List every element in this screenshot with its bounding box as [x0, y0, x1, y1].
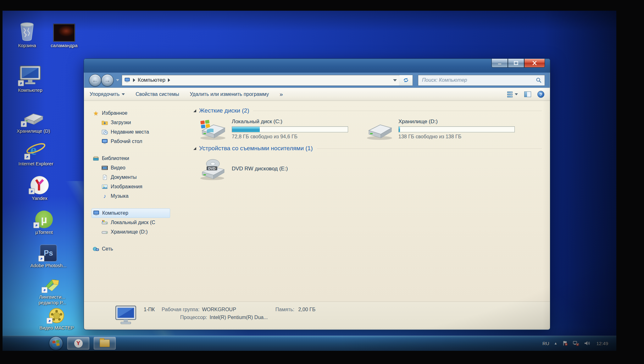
- nav-videos[interactable]: Видео: [84, 163, 189, 173]
- language-indicator[interactable]: RU: [542, 341, 549, 346]
- nav-computer[interactable]: Компьютер: [92, 208, 170, 218]
- search-input[interactable]: [421, 77, 536, 83]
- toolbar-overflow-button[interactable]: »: [280, 91, 283, 98]
- nav-recent-places[interactable]: Недавние места: [84, 127, 189, 137]
- nav-downloads[interactable]: Загрузки: [84, 118, 189, 127]
- help-button[interactable]: ?: [537, 91, 544, 98]
- drive-d-item[interactable]: Хранилище (D:) 138 ГБ свободно из 138 ГБ: [364, 119, 515, 141]
- search-icon[interactable]: [536, 77, 541, 83]
- computer-icon: [18, 63, 42, 86]
- address-bar[interactable]: Компьютер: [122, 75, 400, 86]
- section-removable-devices[interactable]: Устройства со съемными носителями (1): [193, 145, 542, 152]
- clock[interactable]: 12:49: [596, 341, 608, 346]
- drive-d-usage-bar: [398, 126, 515, 132]
- desktop-icon-linguistic-editor[interactable]: Лингвисти... редактор Р...: [32, 275, 72, 306]
- section-hard-disks[interactable]: Жесткие диски (2): [193, 107, 542, 114]
- change-view-button[interactable]: [507, 91, 518, 97]
- nav-desktop[interactable]: Рабочий стол: [84, 137, 189, 146]
- uninstall-program-button[interactable]: Удалить или изменить программу: [190, 91, 269, 97]
- taskbar: Y RU ▲: [3, 336, 616, 351]
- taskbar-button-yandex[interactable]: Y: [67, 337, 89, 350]
- nav-network[interactable]: Сеть: [84, 244, 189, 254]
- workgroup-label: Рабочая группа:: [162, 307, 199, 312]
- start-button[interactable]: [49, 336, 63, 350]
- refresh-button[interactable]: [399, 75, 413, 86]
- desktop: Корзина саламандра Компьютер: [3, 11, 616, 351]
- hard-drive-icon: [364, 119, 395, 141]
- drive-c-item[interactable]: Локальный диск (C:) 72,8 ГБ свободно из …: [198, 119, 348, 141]
- workgroup-value: WORKGROUP: [202, 307, 236, 312]
- folder-icon: [100, 339, 110, 347]
- close-button[interactable]: [524, 59, 545, 68]
- nav-pictures[interactable]: Изображения: [84, 182, 189, 191]
- views-icon: [507, 91, 513, 97]
- hard-drive-icon: [198, 119, 228, 141]
- collapse-triangle-icon: [193, 109, 196, 112]
- address-dropdown-caret[interactable]: [393, 79, 397, 81]
- drive-c-info: Локальный диск (C:) 72,8 ГБ свободно из …: [232, 119, 348, 141]
- minimize-button[interactable]: [491, 59, 508, 68]
- desktop-icon-photoshop[interactable]: Ps Adobe Photosh...: [28, 243, 69, 268]
- desktop-icon-label: Видео МАСТЕР: [36, 325, 77, 331]
- action-center-flag-icon[interactable]: [562, 340, 568, 346]
- hard-disk-tiles: Локальный диск (C:) 72,8 ГБ свободно из …: [198, 119, 542, 141]
- nav-local-disk-c[interactable]: Локальный диск (C: [84, 218, 189, 227]
- system-properties-button[interactable]: Свойства системы: [136, 91, 179, 97]
- drive-free-space: 138 ГБ свободно из 138 ГБ: [398, 134, 515, 140]
- downloads-folder-icon: [102, 119, 108, 126]
- details-text: 1-ПК Рабочая группа: WORKGROUP Память: 2…: [144, 302, 315, 329]
- volume-icon[interactable]: [584, 340, 590, 346]
- cpu-label: Процессор:: [180, 315, 207, 320]
- desktop-icon-label: Хранилище (D): [13, 128, 53, 134]
- desktop-icon-storage-d[interactable]: Хранилище (D): [13, 108, 53, 134]
- music-note-icon: ♪: [102, 193, 108, 199]
- organize-menu-button[interactable]: Упорядочить: [90, 91, 125, 97]
- nav-music[interactable]: ♪ Музыка: [84, 191, 189, 201]
- taskbar-button-explorer[interactable]: [94, 337, 116, 350]
- desktop-icon-salamandra[interactable]: саламандра: [44, 21, 84, 48]
- usage-fill: [232, 127, 260, 132]
- nav-storage-d[interactable]: Хранилище (D:): [84, 227, 189, 237]
- yandex-icon: [29, 175, 51, 194]
- chevron-down-icon: [515, 93, 518, 95]
- recent-pages-caret-icon[interactable]: [116, 79, 119, 81]
- navigation-pane: ★ Избранное Загрузки Недавние места: [84, 101, 189, 301]
- show-hidden-icons-button[interactable]: ▲: [554, 341, 558, 345]
- breadcrumb-location[interactable]: Компьютер: [138, 77, 165, 83]
- back-button[interactable]: ←: [89, 74, 101, 86]
- desktop-icon-recycle-bin[interactable]: Корзина: [7, 19, 47, 48]
- computer-name: 1-ПК: [144, 307, 155, 312]
- network-status-icon[interactable]: [573, 340, 579, 346]
- forward-button[interactable]: →: [101, 74, 114, 86]
- dvd-drive-icon: DVD: [198, 157, 228, 181]
- image-thumbnail-icon: [44, 21, 84, 41]
- dvd-drive-item[interactable]: DVD DVD RW дисковод (E:): [198, 157, 542, 181]
- drive-d-info: Хранилище (D:) 138 ГБ свободно из 138 ГБ: [398, 119, 515, 141]
- nav-favorites[interactable]: ★ Избранное: [84, 108, 189, 118]
- breadcrumb-arrow-icon[interactable]: [168, 78, 170, 82]
- desktop-icon-utorrent[interactable]: µ µTorrent: [24, 209, 64, 235]
- desktop-icon-label: Adobe Photosh...: [28, 263, 69, 268]
- desktop-icon-yandex[interactable]: Yandex: [19, 175, 60, 201]
- drive-free-space: 72,8 ГБ свободно из 94,6 ГБ: [232, 134, 348, 140]
- shortcut-arrow-icon: [42, 287, 47, 293]
- shortcut-arrow-icon: [33, 222, 39, 228]
- drive-name: Хранилище (D:): [398, 119, 515, 125]
- window-titlebar[interactable]: [84, 59, 550, 73]
- search-box[interactable]: [418, 75, 545, 86]
- drive-c-usage-bar: [232, 126, 348, 132]
- shortcut-arrow-icon: [24, 154, 30, 160]
- preview-pane-button[interactable]: [524, 91, 531, 97]
- dvd-drive-name: DVD RW дисковод (E:): [232, 166, 288, 172]
- pictures-icon: [102, 184, 108, 190]
- shortcut-arrow-icon: [18, 80, 24, 86]
- network-icon: [93, 246, 99, 252]
- collapse-triangle-icon: [193, 147, 196, 150]
- desktop-icon-computer[interactable]: Компьютер: [10, 63, 50, 93]
- content-pane: Жесткие диски (2): [189, 101, 550, 301]
- desktop-icon-video-master[interactable]: Видео МАСТЕР: [36, 307, 77, 331]
- nav-documents[interactable]: Документы: [84, 173, 189, 182]
- desktop-icon-internet-explorer[interactable]: e Internet Explorer: [16, 139, 56, 167]
- maximize-button[interactable]: [508, 59, 524, 68]
- nav-libraries[interactable]: Библиотеки: [84, 154, 189, 163]
